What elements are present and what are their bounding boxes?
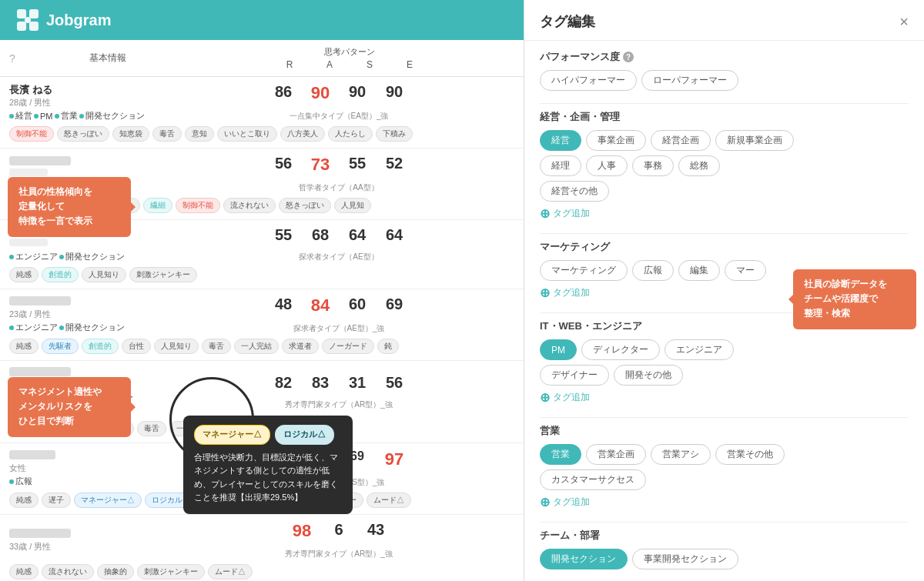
tag-btn-director[interactable]: ディレクター [581, 339, 660, 360]
tag-btn-keiri[interactable]: 経理 [540, 155, 581, 176]
question-icon: ? [9, 52, 15, 65]
chip: 人見知 [334, 198, 371, 213]
emp-scores: 82 83 31 56 秀才専門家タイプ（AR型）_強 [163, 374, 514, 410]
panel-title: タグ編集 [540, 12, 595, 31]
score-type: 秀才専門家タイプ（AR型）_強 [285, 399, 392, 410]
tag-btn-dev-other[interactable]: 開発その他 [614, 365, 683, 386]
emp-age: 33歳 / 男性 [9, 541, 163, 553]
app-wrapper: Jobgram ? 基本情報 思考パターン R A S E [0, 0, 924, 581]
section-title-performance: パフォーマンス度 ? [540, 50, 909, 64]
annotation-personality: 社員の性格傾向を定量化して特徴を一言で表示 [8, 177, 131, 237]
emp-chips: 純感 流されない 抽象的 刺激ジャンキー ムード△ [9, 564, 514, 579]
col-a: A [319, 59, 340, 70]
add-tag-marketing[interactable]: ⊕ タグ追加 [540, 285, 590, 300]
tooltip-popup: マネージャー△ ロジカル△ 合理性や決断力、目標設定が低く、マネジメントする側と… [183, 416, 353, 514]
tag-btn-eigyou-kikaku[interactable]: 営業企画 [586, 444, 646, 465]
tag-row: 営業 営業企画 営業アシ 営業その他 [540, 444, 909, 465]
annotation-management-risk: マネジメント適性やメンタルリスクをひと目で判断 [8, 377, 131, 437]
score-r: 98 [290, 521, 314, 541]
section-title-marketing: マーケティング [540, 240, 909, 254]
tag-btn-dev-section[interactable]: 開発セクション [540, 549, 628, 569]
thinking-pattern-header: 思考パターン R A S E [185, 46, 514, 70]
annotation-data-organize: 社員の診断データをチームや活躍度で整理・検索 [793, 269, 916, 329]
tag-row: カスタマーサクセス [540, 469, 909, 490]
score-e: 52 [382, 155, 407, 175]
tag-btn-eigyou[interactable]: 営業 [540, 444, 581, 465]
emp-age: 28歳 / 男性 [9, 97, 163, 109]
tag-btn-jigyou-dev-section[interactable]: 事業開発セクション [632, 549, 738, 569]
logo-area: Jobgram [15, 8, 111, 32]
table-row: 33歳 / 男性 98 6 43 秀才専門家タイプ（AR型）_強 純感 流されな… [0, 515, 524, 581]
chip: 毒舌 [202, 339, 231, 354]
score-s: 31 [345, 374, 370, 392]
tag-btn-jigyoukikaku[interactable]: 事業企画 [586, 130, 646, 151]
chip: 創造的 [82, 339, 119, 354]
tag-btn-soumu[interactable]: 総務 [678, 155, 720, 176]
score-a: 90 [308, 83, 333, 103]
tag-btn-eigyou-sonota[interactable]: 営業その他 [715, 444, 785, 465]
tag-btn-jinji[interactable]: 人事 [586, 155, 628, 176]
emp-name: 長濱 ねる [9, 83, 163, 97]
chip: 先駆者 [42, 339, 79, 354]
chip: 純感 [9, 564, 38, 579]
tag-btn-high-performer[interactable]: ハイパフォーマー [540, 70, 637, 91]
tag-row: ハイパフォーマー ローパフォーマー [540, 70, 909, 91]
tag-btn-keiei-sonota[interactable]: 経営その他 [540, 181, 609, 202]
section-title-management: 経営・企画・管理 [540, 110, 909, 124]
chip: 求道者 [282, 339, 319, 354]
tag-btn-marketing[interactable]: マーケティング [540, 260, 628, 281]
chip: 流されない [223, 198, 276, 213]
tag-btn-ma[interactable]: マー [725, 260, 766, 281]
emp-depts: 広報 [9, 476, 163, 487]
score-r: 55 [271, 226, 296, 244]
col-s: S [359, 59, 380, 70]
col-e: E [399, 59, 420, 70]
tag-row: PM ディレクター エンジニア [540, 339, 909, 360]
panel-header: タグ編集 × [524, 0, 924, 41]
score-a: 68 [308, 226, 333, 244]
tag-btn-kouho[interactable]: 広報 [632, 260, 674, 281]
emp-depts: エンジニア 開発セクション [9, 322, 163, 333]
add-tag-itweb[interactable]: ⊕ タグ追加 [540, 390, 590, 405]
emp-chips: 制御不能 怒きっぽい 知恵袋 毒舌 意知 いいとこ取り 八方美人 人たらし 下積… [9, 126, 514, 142]
score-s: 55 [345, 155, 370, 175]
score-a: 84 [308, 296, 333, 316]
tag-btn-designer[interactable]: デザイナー [540, 365, 609, 386]
tag-btn-pm[interactable]: PM [540, 339, 577, 360]
score-a: 73 [308, 155, 333, 175]
close-button[interactable]: × [899, 13, 909, 31]
tag-btn-keiei[interactable]: 経営 [540, 130, 581, 151]
score-s: 64 [345, 226, 370, 244]
tag-btn-customer-success[interactable]: カスタマーサクセス [540, 469, 646, 490]
svg-rect-3 [29, 22, 38, 31]
emp-info: 33歳 / 男性 [9, 529, 163, 553]
emp-depts: エンジニア 開発セクション [9, 251, 163, 262]
chip: 純感 [9, 339, 38, 354]
tag-row: 経営 事業企画 経営企画 新規事業企画 [540, 130, 909, 151]
emp-info: 23歳 / 男性 エンジニア 開発セクション [9, 296, 163, 333]
tag-row: 開発セクション 事業開発セクション [540, 549, 909, 569]
score-s: 60 [345, 296, 370, 316]
tag-section-management: 経営・企画・管理 経営 事業企画 経営企画 新規事業企画 経理 人事 事務 総務… [540, 110, 909, 221]
tag-btn-keieikikaku[interactable]: 経営企画 [651, 130, 711, 151]
add-tag-sales[interactable]: ⊕ タグ追加 [540, 495, 590, 509]
app-header: Jobgram [0, 0, 524, 40]
chip: 繊細 [143, 198, 172, 213]
score-e: 69 [382, 296, 407, 316]
add-tag-management[interactable]: ⊕ タグ追加 [540, 206, 590, 221]
table-row: 23歳 / 男性 エンジニア 開発セクション 48 84 60 69 [0, 289, 524, 361]
tag-btn-shinki[interactable]: 新規事業企画 [715, 130, 794, 151]
tag-section-team: チーム・部署 開発セクション 事業開発セクション [540, 529, 909, 569]
tag-btn-engineer[interactable]: エンジニア [665, 339, 734, 360]
score-e: 56 [382, 374, 407, 392]
chip: 八方美人 [280, 126, 325, 142]
tag-btn-jimu[interactable]: 事務 [632, 155, 674, 176]
tag-btn-low-performer[interactable]: ローパフォーマー [641, 70, 738, 91]
chip: 下積み [376, 126, 413, 142]
question-col: ? [9, 52, 31, 65]
tag-btn-henshu[interactable]: 編集 [678, 260, 720, 281]
tag-btn-eigyou-assi[interactable]: 営業アシ [651, 444, 711, 465]
chip: 純感 [9, 493, 38, 508]
score-type: 探求者タイプ（AE型）_強 [293, 323, 385, 334]
chip: マネージャー△ [74, 493, 142, 508]
